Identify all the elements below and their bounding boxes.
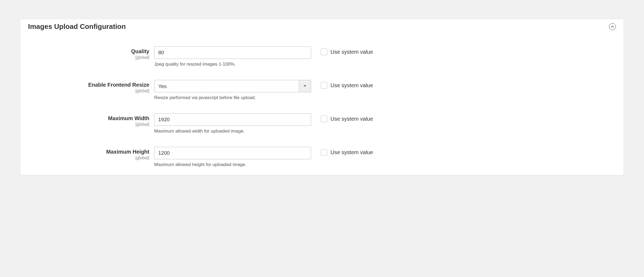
label-col: Quality [global] bbox=[28, 46, 149, 60]
use-system-label: Use system value bbox=[330, 116, 373, 122]
max-height-help: Maximum allowed height for uploaded imag… bbox=[154, 162, 311, 167]
use-system-label: Use system value bbox=[330, 149, 373, 156]
quality-input[interactable] bbox=[154, 46, 311, 59]
system-col: Use system value bbox=[316, 80, 616, 89]
system-col: Use system value bbox=[316, 113, 616, 122]
max-width-label: Maximum Width bbox=[108, 115, 149, 121]
system-col: Use system value bbox=[316, 147, 616, 156]
system-col: Use system value bbox=[316, 46, 616, 55]
max-height-use-system-checkbox[interactable] bbox=[321, 149, 327, 156]
quality-help: Jpeg quality for resized images 1-100%. bbox=[154, 62, 311, 67]
use-system-label: Use system value bbox=[330, 49, 373, 55]
control-col: Jpeg quality for resized images 1-100%. bbox=[154, 46, 311, 67]
use-system-label: Use system value bbox=[330, 82, 373, 89]
panel-header: Images Upload Configuration bbox=[28, 22, 616, 31]
row-frontend-resize: Enable Frontend Resize [global] Yes Resi… bbox=[28, 80, 616, 100]
label-col: Maximum Width [global] bbox=[28, 113, 149, 127]
frontend-resize-select-wrap: Yes bbox=[154, 80, 311, 92]
scope-label: [global] bbox=[28, 55, 149, 60]
frontend-resize-help: Resize performed via javascript before f… bbox=[154, 95, 311, 100]
label-col: Enable Frontend Resize [global] bbox=[28, 80, 149, 93]
control-col: Maximum allowed width for uploaded image… bbox=[154, 113, 311, 134]
max-width-use-system-checkbox[interactable] bbox=[321, 116, 327, 122]
control-col: Yes Resize performed via javascript befo… bbox=[154, 80, 311, 100]
scope-label: [global] bbox=[28, 122, 149, 127]
chevron-up-icon bbox=[611, 26, 614, 28]
label-col: Maximum Height [global] bbox=[28, 147, 149, 160]
images-upload-config-panel: Images Upload Configuration Quality [glo… bbox=[20, 19, 624, 175]
control-col: Maximum allowed height for uploaded imag… bbox=[154, 147, 311, 167]
scope-label: [global] bbox=[28, 89, 149, 93]
frontend-resize-use-system-checkbox[interactable] bbox=[321, 82, 327, 89]
quality-label: Quality bbox=[131, 48, 149, 54]
panel-title: Images Upload Configuration bbox=[28, 22, 126, 31]
row-max-height: Maximum Height [global] Maximum allowed … bbox=[28, 147, 616, 167]
collapse-button[interactable] bbox=[609, 23, 616, 30]
row-max-width: Maximum Width [global] Maximum allowed w… bbox=[28, 113, 616, 134]
row-quality: Quality [global] Jpeg quality for resize… bbox=[28, 46, 616, 67]
frontend-resize-label: Enable Frontend Resize bbox=[88, 82, 149, 88]
max-width-help: Maximum allowed width for uploaded image… bbox=[154, 129, 311, 134]
max-width-input[interactable] bbox=[154, 113, 311, 126]
max-height-label: Maximum Height bbox=[106, 149, 149, 155]
form-body: Quality [global] Jpeg quality for resize… bbox=[28, 46, 616, 167]
frontend-resize-select[interactable]: Yes bbox=[154, 80, 311, 92]
max-height-input[interactable] bbox=[154, 147, 311, 159]
scope-label: [global] bbox=[28, 156, 149, 160]
quality-use-system-checkbox[interactable] bbox=[321, 49, 327, 55]
